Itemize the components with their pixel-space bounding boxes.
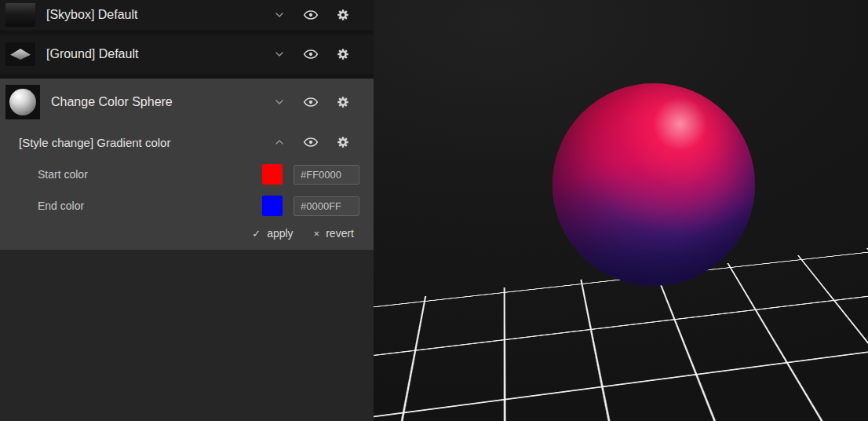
eye-icon[interactable] [303,94,319,110]
chevron-up-icon[interactable] [273,136,286,148]
start-color-input[interactable] [294,165,359,185]
layer-row-skybox[interactable]: [Skybox] Default [0,0,374,30]
selected-layer-block: Change Color Sphere [Style change] Gradi… [0,79,374,250]
chevron-down-icon[interactable] [273,96,286,108]
gear-icon[interactable] [336,135,350,149]
start-color-swatch[interactable] [262,164,283,185]
layer-row-ground[interactable]: [Ground] Default [0,35,374,74]
chevron-down-icon[interactable] [273,48,286,60]
revert-button[interactable]: × revert [314,227,354,240]
start-color-row: Start color [0,159,374,190]
style-actions-row: ✓ apply × revert [0,221,374,250]
panel-empty-area [0,250,374,421]
gear-icon[interactable] [336,8,350,22]
layers-panel: [Skybox] Default [Ground] Default [0,0,374,421]
end-color-input[interactable] [294,196,359,216]
end-color-label: End color [38,200,84,212]
eye-icon[interactable] [303,7,319,23]
eye-icon[interactable] [303,134,319,150]
eye-icon[interactable] [303,46,319,62]
layer-label: [Ground] Default [46,47,138,61]
apply-label: apply [267,227,293,240]
style-section-title: [Style change] Gradient color [19,136,170,149]
start-color-label: Start color [38,168,88,181]
end-color-swatch[interactable] [262,196,283,216]
end-color-row: End color [0,190,374,221]
skybox-thumbnail [5,3,35,27]
app-window: [Skybox] Default [Ground] Default [0,0,868,421]
revert-label: revert [326,227,354,240]
layer-label: Change Color Sphere [51,95,173,109]
ground-thumbnail [5,42,35,66]
check-icon: ✓ [252,229,261,239]
gear-icon[interactable] [336,95,350,109]
layer-row-sphere[interactable]: Change Color Sphere [0,79,374,126]
style-section-header[interactable]: [Style change] Gradient color [0,126,374,159]
scene-viewport[interactable] [374,0,868,421]
chevron-down-icon[interactable] [273,9,286,21]
sphere-thumbnail [5,85,40,119]
x-icon: × [314,229,320,239]
layer-label: [Skybox] Default [46,8,138,22]
gear-icon[interactable] [336,47,350,61]
scene-sphere [553,83,755,286]
apply-button[interactable]: ✓ apply [252,227,293,240]
